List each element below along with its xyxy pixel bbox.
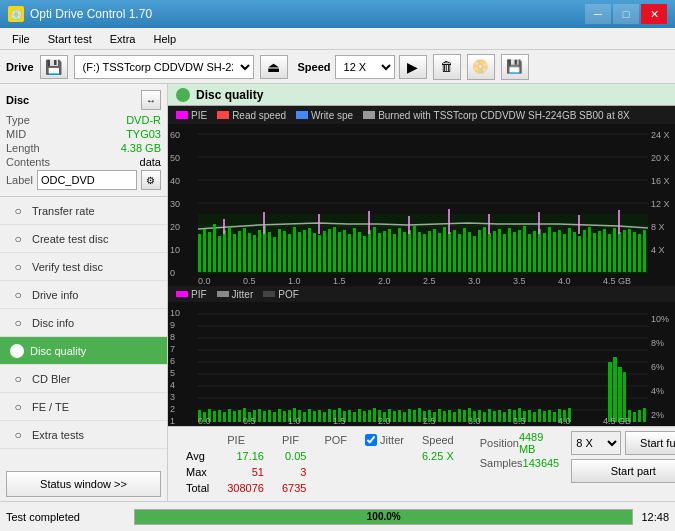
status-window-label: Status window >>	[40, 478, 127, 490]
svg-rect-82	[563, 234, 566, 272]
svg-rect-93	[618, 232, 621, 272]
svg-text:3.0: 3.0	[468, 276, 481, 286]
toolbar: Drive 💾 (F:) TSSTcorp CDDVDW SH-224GB SB…	[0, 50, 675, 84]
disc-quality-icon	[10, 344, 24, 358]
svg-rect-15	[228, 227, 231, 272]
col-pof-header: POF	[316, 433, 355, 447]
svg-text:0.5: 0.5	[243, 416, 256, 426]
svg-rect-16	[233, 234, 236, 272]
menu-extra[interactable]: Extra	[102, 31, 144, 47]
svg-rect-213	[553, 412, 556, 422]
menu-file[interactable]: File	[4, 31, 38, 47]
save-button[interactable]: 💾	[501, 54, 529, 80]
menu-help[interactable]: Help	[145, 31, 184, 47]
legend2-pof: POF	[278, 289, 299, 300]
svg-rect-71	[508, 228, 511, 272]
app-icon: 💿	[8, 6, 24, 22]
svg-rect-52	[413, 226, 416, 272]
svg-text:24 X: 24 X	[651, 130, 670, 140]
nav-verify-test-disc[interactable]: ○ Verify test disc	[0, 253, 167, 281]
drive-icon-button[interactable]: 💾	[40, 55, 68, 79]
nav-cd-bler[interactable]: ○ CD Bler	[0, 365, 167, 393]
svg-rect-220	[623, 372, 626, 422]
disc-refresh-button[interactable]: ↔	[141, 90, 161, 110]
svg-text:4.0: 4.0	[558, 276, 571, 286]
svg-rect-44	[373, 227, 376, 272]
max-label: Max	[178, 465, 217, 479]
nav-disc-quality[interactable]: Disc quality	[0, 337, 167, 365]
nav-drive-info[interactable]: ○ Drive info	[0, 281, 167, 309]
nav-disc-info-label: Disc info	[32, 317, 74, 329]
svg-rect-177	[373, 408, 376, 422]
samples-value: 143645	[523, 457, 560, 469]
erase-button[interactable]: 🗑	[433, 54, 461, 80]
nav-extra-tests[interactable]: ○ Extra tests	[0, 421, 167, 449]
speed-confirm-button[interactable]: ▶	[399, 55, 427, 79]
nav-disc-info[interactable]: ○ Disc info	[0, 309, 167, 337]
eject-button[interactable]: ⏏	[260, 55, 288, 79]
svg-text:4.0: 4.0	[558, 416, 571, 426]
svg-rect-102	[368, 211, 370, 234]
svg-rect-69	[498, 229, 501, 272]
close-button[interactable]: ✕	[641, 4, 667, 24]
status-window-button[interactable]: Status window >>	[6, 471, 161, 497]
nav-disc-quality-label: Disc quality	[30, 345, 86, 357]
svg-rect-28	[293, 227, 296, 272]
svg-text:4: 4	[170, 380, 175, 390]
svg-text:2.0: 2.0	[378, 276, 391, 286]
maximize-button[interactable]: □	[613, 4, 639, 24]
extra-tests-icon: ○	[10, 427, 26, 443]
svg-rect-154	[258, 409, 261, 422]
start-full-button[interactable]: Start full	[625, 431, 675, 455]
max-pof	[316, 465, 355, 479]
svg-rect-150	[238, 410, 241, 422]
svg-rect-99	[223, 219, 225, 234]
test-speed-select[interactable]: 4 X 8 X 8 X	[571, 431, 621, 455]
nav-fe-te[interactable]: ○ FE / TE	[0, 393, 167, 421]
svg-rect-88	[593, 233, 596, 272]
svg-rect-58	[443, 227, 446, 272]
nav-transfer-rate[interactable]: ○ Transfer rate	[0, 197, 167, 225]
svg-text:3.5: 3.5	[513, 416, 526, 426]
burn-button[interactable]: 📀	[467, 54, 495, 80]
svg-rect-168	[328, 409, 331, 422]
svg-text:7: 7	[170, 344, 175, 354]
svg-rect-91	[608, 234, 611, 272]
disc-label-input[interactable]	[37, 170, 137, 190]
svg-text:2.0: 2.0	[378, 416, 391, 426]
speed-select[interactable]: 4 X 8 X 12 X 16 X Max	[335, 55, 395, 79]
nav-items: ○ Transfer rate ○ Create test disc ○ Ver…	[0, 197, 167, 467]
svg-rect-212	[548, 410, 551, 422]
svg-text:10: 10	[170, 308, 180, 318]
chart-top-svg: 60 50 40 30 20 10 0 24 X 20 X 16 X 12 X …	[168, 124, 675, 286]
length-label: Length	[6, 142, 40, 154]
svg-rect-79	[548, 227, 551, 272]
nav-fe-te-label: FE / TE	[32, 401, 69, 413]
menu-start-test[interactable]: Start test	[40, 31, 100, 47]
svg-rect-17	[238, 231, 241, 272]
minimize-button[interactable]: ─	[585, 4, 611, 24]
svg-rect-158	[278, 409, 281, 422]
start-part-button[interactable]: Start part	[571, 459, 675, 483]
svg-text:4.5 GB: 4.5 GB	[603, 276, 631, 286]
nav-create-test-disc[interactable]: ○ Create test disc	[0, 225, 167, 253]
svg-text:20 X: 20 X	[651, 153, 670, 163]
svg-rect-18	[243, 228, 246, 272]
svg-rect-33	[318, 235, 321, 272]
svg-rect-101	[318, 214, 320, 234]
svg-rect-74	[523, 226, 526, 272]
cd-bler-icon: ○	[10, 371, 26, 387]
svg-rect-59	[448, 232, 451, 272]
svg-rect-183	[403, 412, 406, 422]
jitter-checkbox[interactable]	[365, 434, 377, 446]
stats-max-row: Max 51 3	[178, 465, 462, 479]
disc-label-button[interactable]: ⚙	[141, 170, 161, 190]
sidebar: Disc ↔ Type DVD-R MID TYG03 Length 4.38 …	[0, 84, 168, 501]
svg-text:1.5: 1.5	[333, 416, 346, 426]
total-pif: 6735	[274, 481, 314, 495]
svg-rect-173	[353, 412, 356, 422]
svg-rect-208	[528, 410, 531, 422]
svg-rect-148	[228, 409, 231, 422]
svg-rect-54	[423, 234, 426, 272]
drive-select[interactable]: (F:) TSSTcorp CDDVDW SH-224GB SB00	[74, 55, 254, 79]
